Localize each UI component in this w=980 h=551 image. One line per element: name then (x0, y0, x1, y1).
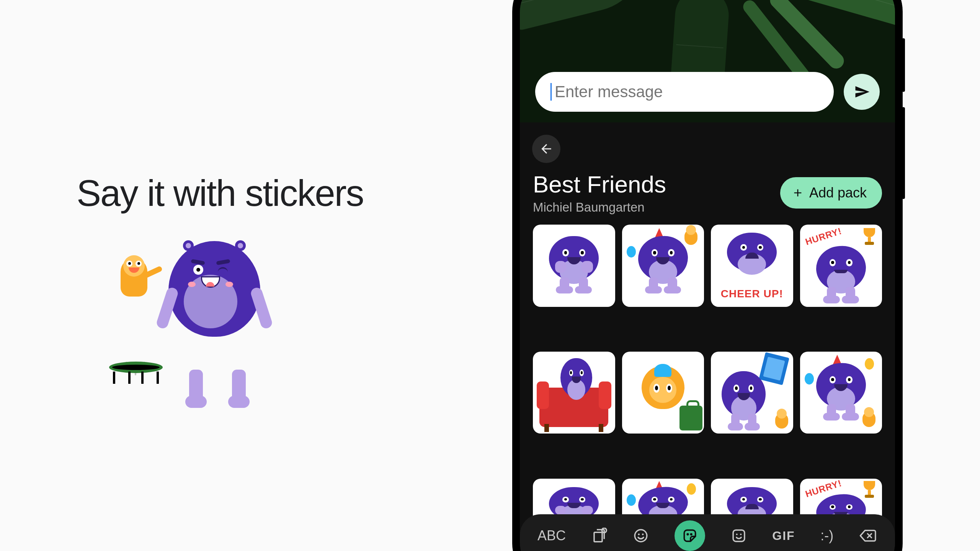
sticker-panel: Best Friends Michiel Baumgarten Add pack (520, 122, 895, 551)
pack-title: Best Friends (533, 171, 666, 198)
pack-author: Michiel Baumgarten (533, 200, 666, 215)
plus-icon (792, 187, 804, 199)
back-button[interactable] (532, 135, 560, 163)
sticker-item-celebrate[interactable] (800, 352, 882, 434)
hero-sticker-illustration (111, 241, 272, 379)
emoji-icon (633, 528, 649, 544)
svg-rect-6 (733, 530, 745, 541)
sticker-item-party[interactable] (622, 225, 704, 307)
marketing-pane: Say it with stickers (77, 0, 444, 551)
kb-abc-button[interactable]: ABC (537, 524, 566, 547)
kb-emoticon-button[interactable]: :-) (820, 524, 833, 547)
kb-paste-button[interactable] (591, 524, 608, 547)
phone-frame: Enter message Best Friends (512, 0, 903, 551)
svg-point-3 (642, 533, 644, 535)
phone-screen: Enter message Best Friends (520, 0, 895, 551)
sticker-grid: CHEER UP! HURRY! (520, 223, 895, 551)
send-button[interactable] (844, 74, 880, 110)
kb-emoji-button[interactable] (633, 524, 649, 547)
text-cursor (550, 83, 552, 101)
sticker-item-breakfast[interactable] (711, 352, 793, 434)
sticker-item-gasp[interactable] (533, 225, 615, 307)
svg-point-4 (687, 533, 688, 535)
paste-icon (591, 528, 608, 544)
arrow-left-icon (539, 142, 554, 156)
send-icon (853, 83, 870, 100)
kb-custom-sticker-button[interactable] (731, 524, 747, 547)
add-pack-button[interactable]: Add pack (780, 177, 882, 209)
svg-point-2 (638, 533, 640, 535)
sticker-item-travel[interactable] (622, 352, 704, 434)
svg-point-1 (635, 530, 647, 542)
message-input[interactable]: Enter message (535, 72, 834, 112)
sticker-caption: CHEER UP! (711, 288, 793, 300)
keyboard-category-bar: ABC GIF :-) (520, 514, 895, 551)
kb-gif-button[interactable]: GIF (772, 524, 795, 547)
headline: Say it with stickers (77, 172, 364, 214)
svg-point-5 (690, 533, 692, 535)
sticker-item-couch[interactable] (533, 352, 615, 434)
kb-backspace-button[interactable] (859, 524, 877, 547)
svg-point-8 (740, 533, 742, 535)
custom-sticker-icon (731, 528, 747, 544)
sticker-item-cheer-up[interactable]: CHEER UP! (711, 225, 793, 307)
sticker-icon (681, 527, 698, 544)
add-pack-label: Add pack (809, 185, 867, 201)
svg-point-7 (736, 533, 737, 535)
message-placeholder: Enter message (555, 83, 663, 101)
sticker-item-hurry[interactable]: HURRY! (800, 225, 882, 307)
kb-sticker-button-active[interactable] (675, 520, 705, 551)
backspace-icon (859, 528, 877, 544)
sticker-caption: HURRY! (804, 226, 843, 248)
